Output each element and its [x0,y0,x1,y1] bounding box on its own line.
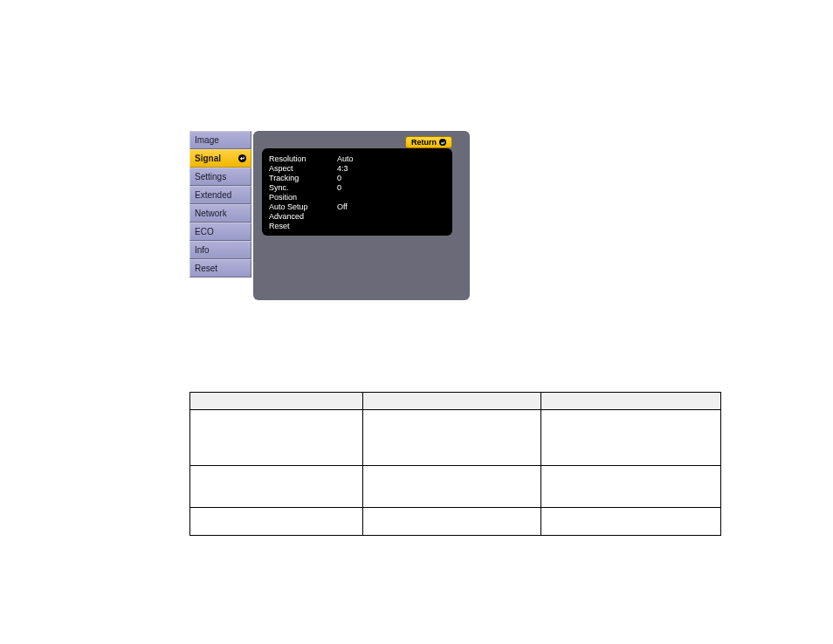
panel-row-resolution[interactable]: Resolution Auto [269,154,445,163]
return-button[interactable]: Return ↵ [405,136,452,148]
sidebar-item-extended[interactable]: Extended [189,186,251,204]
sidebar-item-settings[interactable]: Settings [189,168,251,186]
sidebar-item-label: Extended [195,190,231,200]
table-header-row [190,393,721,410]
panel-row-value: 0 [337,183,445,192]
table-header-cell [541,393,721,410]
panel-row-value: 0 [337,174,445,182]
table-cell [541,410,721,466]
sidebar-item-label: ECO [195,227,214,236]
enter-icon: ↵ [439,139,446,146]
table-row [190,410,721,466]
table-cell [541,466,721,508]
panel-row-value: 4:3 [337,164,445,173]
panel-row-label: Tracking [269,174,337,182]
sidebar-item-label: Info [195,245,210,255]
table-header-cell [190,393,363,410]
table-cell [362,410,541,466]
panel-row-label: Resolution [269,154,337,163]
sidebar-item-reset[interactable]: Reset [189,259,251,277]
panel-row-advanced[interactable]: Advanced [269,211,445,221]
panel-row-reset[interactable]: Reset [269,221,445,230]
table-cell [362,508,541,536]
table-row [190,508,721,536]
panel-row-sync[interactable]: Sync. 0 [269,182,445,192]
sidebar-item-info[interactable]: Info [189,241,251,259]
sidebar-item-label: Settings [195,172,226,182]
sidebar-item-image[interactable]: Image [189,131,251,149]
panel-row-value: Auto [337,154,445,163]
panel-row-label: Aspect [269,164,337,173]
panel-row-value: Off [337,202,445,211]
sidebar-item-label: Network [195,209,227,218]
panel-row-tracking[interactable]: Tracking 0 [269,173,445,182]
panel-row-label: Advanced [269,212,337,221]
osd-menu: Image Signal ↵ Settings Extended Network… [189,131,470,300]
table-cell [541,508,721,536]
settings-panel: Return ↵ Resolution Auto Aspect 4:3 Trac… [253,131,470,300]
sidebar-item-signal[interactable]: Signal ↵ [189,149,251,168]
sidebar-item-label: Signal [195,154,221,163]
panel-row-label: Auto Setup [269,202,337,211]
document-table [189,392,721,536]
sidebar-item-network[interactable]: Network [189,204,251,223]
panel-content: Resolution Auto Aspect 4:3 Tracking 0 Sy… [262,148,452,236]
sidebar-item-label: Reset [195,264,217,273]
sidebar: Image Signal ↵ Settings Extended Network… [189,131,251,300]
sidebar-item-label: Image [195,135,219,145]
panel-row-label: Sync. [269,183,337,192]
table-cell [190,466,363,508]
table-cell [190,410,363,466]
panel-row-position[interactable]: Position [269,192,445,202]
table-cell [362,466,541,508]
panel-row-autosetup[interactable]: Auto Setup Off [269,202,445,211]
panel-row-label: Reset [269,222,337,230]
panel-row-aspect[interactable]: Aspect 4:3 [269,163,445,173]
table-cell [190,508,363,536]
sidebar-item-eco[interactable]: ECO [189,223,251,241]
return-label: Return [411,138,437,147]
table-row [190,466,721,508]
table-header-cell [362,393,541,410]
enter-icon: ↵ [238,154,246,162]
panel-row-label: Position [269,193,337,202]
